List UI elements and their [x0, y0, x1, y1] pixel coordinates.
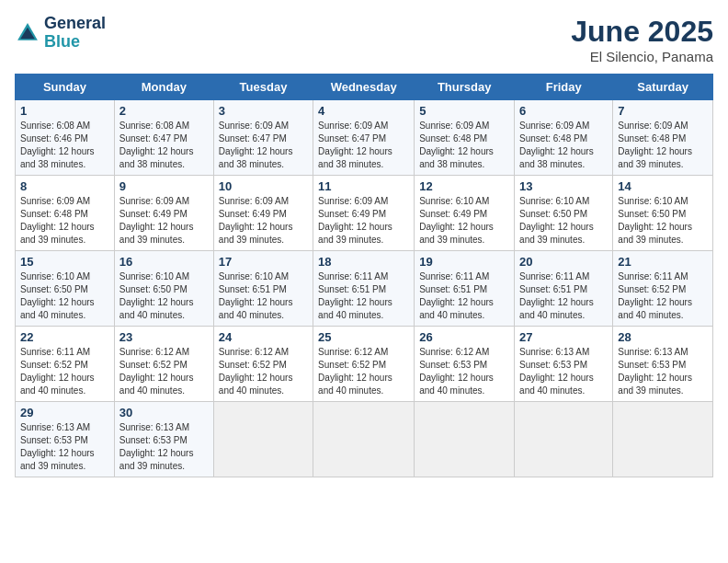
calendar-cell: 28 Sunrise: 6:13 AMSunset: 6:53 PMDaylig…: [613, 327, 713, 402]
day-number: 14: [618, 179, 708, 193]
calendar-cell: 24 Sunrise: 6:12 AMSunset: 6:52 PMDaylig…: [213, 327, 313, 402]
calendar-cell: [515, 402, 613, 477]
day-detail: Sunrise: 6:10 AMSunset: 6:50 PMDaylight:…: [519, 196, 594, 245]
day-number: 3: [219, 104, 308, 118]
day-number: 26: [419, 330, 509, 344]
day-number: 28: [618, 330, 708, 344]
calendar-cell: 26 Sunrise: 6:12 AMSunset: 6:53 PMDaylig…: [415, 327, 515, 402]
title-block: June 2025 El Silencio, Panama: [571, 15, 713, 64]
day-detail: Sunrise: 6:10 AMSunset: 6:51 PMDaylight:…: [219, 271, 293, 320]
calendar-table: SundayMondayTuesdayWednesdayThursdayFrid…: [15, 74, 713, 477]
day-number: 30: [119, 406, 209, 419]
calendar-cell: 15 Sunrise: 6:10 AMSunset: 6:50 PMDaylig…: [16, 251, 115, 327]
calendar-cell: 21 Sunrise: 6:11 AMSunset: 6:52 PMDaylig…: [613, 251, 713, 327]
calendar-cell: 1 Sunrise: 6:08 AMSunset: 6:46 PMDayligh…: [16, 100, 115, 176]
day-number: 15: [20, 255, 109, 269]
day-detail: Sunrise: 6:10 AMSunset: 6:50 PMDaylight:…: [119, 271, 194, 320]
day-detail: Sunrise: 6:11 AMSunset: 6:52 PMDaylight:…: [20, 347, 95, 396]
column-header-monday: Monday: [114, 75, 213, 100]
calendar-cell: 29 Sunrise: 6:13 AMSunset: 6:53 PMDaylig…: [16, 402, 115, 477]
day-number: 20: [519, 255, 608, 269]
calendar-cell: [613, 402, 713, 477]
calendar-cell: 9 Sunrise: 6:09 AMSunset: 6:49 PMDayligh…: [114, 176, 213, 251]
day-detail: Sunrise: 6:11 AMSunset: 6:51 PMDaylight:…: [318, 271, 392, 320]
column-header-thursday: Thursday: [415, 75, 515, 100]
day-number: 9: [119, 179, 209, 193]
calendar-cell: 3 Sunrise: 6:09 AMSunset: 6:47 PMDayligh…: [213, 100, 313, 176]
column-header-wednesday: Wednesday: [313, 75, 415, 100]
calendar-cell: 2 Sunrise: 6:08 AMSunset: 6:47 PMDayligh…: [114, 100, 213, 176]
calendar-header: SundayMondayTuesdayWednesdayThursdayFrid…: [16, 75, 713, 100]
day-detail: Sunrise: 6:13 AMSunset: 6:53 PMDaylight:…: [519, 347, 594, 396]
day-detail: Sunrise: 6:13 AMSunset: 6:53 PMDaylight:…: [20, 422, 95, 471]
calendar-cell: 7 Sunrise: 6:09 AMSunset: 6:48 PMDayligh…: [613, 100, 713, 176]
day-detail: Sunrise: 6:08 AMSunset: 6:47 PMDaylight:…: [119, 121, 194, 169]
day-detail: Sunrise: 6:10 AMSunset: 6:50 PMDaylight:…: [20, 271, 95, 320]
calendar-cell: 30 Sunrise: 6:13 AMSunset: 6:53 PMDaylig…: [114, 402, 213, 477]
week-row: 29 Sunrise: 6:13 AMSunset: 6:53 PMDaylig…: [16, 402, 713, 477]
column-header-saturday: Saturday: [613, 75, 713, 100]
calendar-cell: 10 Sunrise: 6:09 AMSunset: 6:49 PMDaylig…: [213, 176, 313, 251]
calendar-cell: 17 Sunrise: 6:10 AMSunset: 6:51 PMDaylig…: [213, 251, 313, 327]
calendar-cell: 13 Sunrise: 6:10 AMSunset: 6:50 PMDaylig…: [515, 176, 613, 251]
day-number: 1: [20, 104, 109, 118]
calendar-cell: 14 Sunrise: 6:10 AMSunset: 6:50 PMDaylig…: [613, 176, 713, 251]
calendar-cell: 20 Sunrise: 6:11 AMSunset: 6:51 PMDaylig…: [515, 251, 613, 327]
day-detail: Sunrise: 6:09 AMSunset: 6:47 PMDaylight:…: [318, 121, 392, 169]
day-number: 8: [20, 179, 109, 193]
day-number: 23: [119, 330, 209, 344]
calendar-cell: 22 Sunrise: 6:11 AMSunset: 6:52 PMDaylig…: [16, 327, 115, 402]
day-number: 22: [20, 330, 109, 344]
calendar-cell: [415, 402, 515, 477]
day-number: 21: [618, 255, 708, 269]
day-number: 13: [519, 179, 608, 193]
calendar-subtitle: El Silencio, Panama: [571, 49, 713, 64]
day-number: 19: [419, 255, 509, 269]
calendar-cell: 4 Sunrise: 6:09 AMSunset: 6:47 PMDayligh…: [313, 100, 415, 176]
day-number: 2: [119, 104, 209, 118]
day-number: 17: [219, 255, 308, 269]
day-number: 16: [119, 255, 209, 269]
day-number: 27: [519, 330, 608, 344]
day-detail: Sunrise: 6:11 AMSunset: 6:52 PMDaylight:…: [618, 271, 692, 320]
calendar-cell: 11 Sunrise: 6:09 AMSunset: 6:49 PMDaylig…: [313, 176, 415, 251]
day-number: 18: [318, 255, 409, 269]
day-number: 5: [419, 104, 509, 118]
column-header-friday: Friday: [515, 75, 613, 100]
calendar-cell: 19 Sunrise: 6:11 AMSunset: 6:51 PMDaylig…: [415, 251, 515, 327]
day-detail: Sunrise: 6:12 AMSunset: 6:53 PMDaylight:…: [419, 347, 494, 396]
calendar-cell: 8 Sunrise: 6:09 AMSunset: 6:48 PMDayligh…: [16, 176, 115, 251]
day-number: 11: [318, 179, 409, 193]
day-detail: Sunrise: 6:12 AMSunset: 6:52 PMDaylight:…: [219, 347, 293, 396]
day-detail: Sunrise: 6:09 AMSunset: 6:48 PMDaylight:…: [20, 196, 95, 245]
day-number: 29: [20, 406, 109, 419]
week-row: 15 Sunrise: 6:10 AMSunset: 6:50 PMDaylig…: [16, 251, 713, 327]
calendar-cell: 25 Sunrise: 6:12 AMSunset: 6:52 PMDaylig…: [313, 327, 415, 402]
day-detail: Sunrise: 6:08 AMSunset: 6:46 PMDaylight:…: [20, 121, 95, 169]
day-number: 6: [519, 104, 608, 118]
week-row: 1 Sunrise: 6:08 AMSunset: 6:46 PMDayligh…: [16, 100, 713, 176]
day-detail: Sunrise: 6:09 AMSunset: 6:47 PMDaylight:…: [219, 121, 293, 169]
calendar-cell: [313, 402, 415, 477]
day-detail: Sunrise: 6:11 AMSunset: 6:51 PMDaylight:…: [419, 271, 494, 320]
calendar-cell: 27 Sunrise: 6:13 AMSunset: 6:53 PMDaylig…: [515, 327, 613, 402]
day-detail: Sunrise: 6:09 AMSunset: 6:49 PMDaylight:…: [219, 196, 293, 245]
day-detail: Sunrise: 6:09 AMSunset: 6:48 PMDaylight:…: [618, 121, 692, 169]
logo-text: General Blue: [44, 15, 106, 52]
logo-icon: [15, 20, 40, 46]
day-number: 25: [318, 330, 409, 344]
day-number: 7: [618, 104, 708, 118]
column-header-sunday: Sunday: [16, 75, 115, 100]
day-number: 24: [219, 330, 308, 344]
day-detail: Sunrise: 6:13 AMSunset: 6:53 PMDaylight:…: [618, 347, 692, 396]
day-detail: Sunrise: 6:12 AMSunset: 6:52 PMDaylight:…: [318, 347, 392, 396]
day-detail: Sunrise: 6:10 AMSunset: 6:50 PMDaylight:…: [618, 196, 692, 245]
column-header-tuesday: Tuesday: [213, 75, 313, 100]
day-detail: Sunrise: 6:10 AMSunset: 6:49 PMDaylight:…: [419, 196, 494, 245]
day-detail: Sunrise: 6:13 AMSunset: 6:53 PMDaylight:…: [119, 422, 194, 471]
calendar-title: June 2025: [571, 15, 713, 49]
day-detail: Sunrise: 6:12 AMSunset: 6:52 PMDaylight:…: [119, 347, 194, 396]
day-number: 10: [219, 179, 308, 193]
week-row: 22 Sunrise: 6:11 AMSunset: 6:52 PMDaylig…: [16, 327, 713, 402]
day-number: 12: [419, 179, 509, 193]
